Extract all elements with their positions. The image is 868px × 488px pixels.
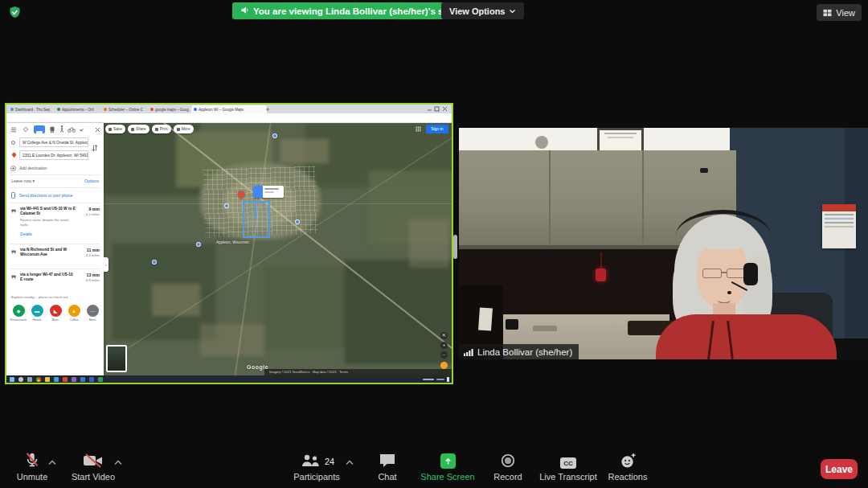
- app-icon-red[interactable]: [63, 377, 68, 382]
- divider: [10, 269, 100, 269]
- browser-tab[interactable]: google maps – Goog: [148, 105, 194, 113]
- map-marker[interactable]: [152, 260, 157, 265]
- favicon: [57, 108, 60, 111]
- best-travel-modes-icon[interactable]: [23, 126, 29, 133]
- collapse-panel-button[interactable]: ‹: [104, 257, 108, 272]
- participant-name-tag: Linda Bollivar (she/her): [459, 344, 579, 359]
- transit-mode-icon[interactable]: [49, 126, 55, 133]
- view-options-button[interactable]: View Options: [441, 2, 524, 19]
- walking-mode-icon[interactable]: [59, 125, 64, 133]
- chrome-icon[interactable]: [36, 377, 41, 382]
- sign-in-button[interactable]: Sign in: [426, 125, 448, 133]
- favicon: [150, 108, 154, 111]
- participants-button[interactable]: 24 Participants: [285, 449, 349, 485]
- driving-mode-icon-selected[interactable]: [34, 125, 45, 133]
- view-button[interactable]: View: [817, 4, 862, 21]
- imagery-inset-thumbnail[interactable]: [106, 345, 127, 372]
- explore-hotels[interactable]: ▬Hotels: [28, 305, 46, 322]
- app-icon-purple[interactable]: [72, 377, 76, 382]
- excel-icon[interactable]: [98, 377, 103, 382]
- photos-icon[interactable]: [54, 377, 59, 382]
- route-option[interactable]: via a longer WI-47 and US-10 E route 13 …: [6, 271, 104, 292]
- menu-icon[interactable]: [10, 127, 17, 133]
- zoom-out-button[interactable]: −: [440, 351, 448, 359]
- favicon: [194, 108, 197, 111]
- explore-heading: Explore nearby – places to check out: [11, 295, 68, 299]
- route-polyline-spur: [255, 201, 256, 219]
- explore-more[interactable]: ⋯More: [84, 305, 101, 322]
- pane-divider-handle[interactable]: [453, 235, 457, 259]
- video-options-caret[interactable]: [113, 459, 123, 465]
- save-button[interactable]: Save: [105, 125, 125, 133]
- map-marker[interactable]: [272, 133, 277, 138]
- live-transcript-button[interactable]: CC Live Transcript: [532, 449, 604, 485]
- map-marker[interactable]: [224, 203, 229, 208]
- browser-tab-active[interactable]: Appleton WI – Google Maps: [191, 105, 267, 113]
- participants-caret[interactable]: [345, 459, 354, 465]
- red-sweater: [656, 314, 837, 359]
- map-marker[interactable]: [295, 219, 300, 224]
- task-view-icon[interactable]: [27, 377, 32, 382]
- share-icon: [131, 128, 134, 131]
- unmute-button[interactable]: Unmute: [6, 449, 58, 485]
- view-options-label: View Options: [449, 6, 505, 16]
- origin-input[interactable]: W College Ave & N Oneida St, Appleton, W…: [19, 137, 88, 147]
- store-icon[interactable]: [89, 377, 94, 382]
- divider: [10, 244, 100, 244]
- share-screen-button[interactable]: Share Screen: [416, 449, 480, 485]
- depart-time-dropdown[interactable]: Leave now ▾: [11, 178, 35, 183]
- cycling-mode-icon[interactable]: [68, 127, 76, 133]
- swap-locations-icon[interactable]: [92, 142, 98, 154]
- route-info-box[interactable]: [253, 186, 284, 198]
- system-tray[interactable]: [423, 377, 449, 382]
- print-button[interactable]: Print: [152, 125, 171, 133]
- save-icon: [108, 128, 112, 131]
- more-button[interactable]: More: [174, 125, 194, 133]
- browser-tab[interactable]: Appointments – Onl: [55, 105, 104, 113]
- browser-tab[interactable]: Dashboard · Thu Sep: [8, 105, 57, 113]
- close-directions-icon[interactable]: [95, 127, 100, 133]
- participants-icon: [299, 453, 321, 469]
- zoom-in-button[interactable]: +: [440, 342, 448, 349]
- mail-icon[interactable]: [80, 377, 85, 382]
- google-apps-icon[interactable]: [416, 126, 421, 132]
- route-details-link[interactable]: Details: [20, 232, 32, 236]
- chevron-down-icon: [509, 9, 516, 14]
- flights-mode-icon[interactable]: [79, 126, 85, 133]
- file-explorer-icon[interactable]: [45, 377, 50, 382]
- start-button[interactable]: [10, 377, 14, 382]
- speaker-icon: [240, 6, 249, 16]
- satellite-map[interactable]: Appleton, Wisconsin Save Share Print Mor…: [104, 123, 452, 375]
- add-destination-icon[interactable]: [10, 166, 16, 171]
- record-button[interactable]: Record: [480, 449, 536, 485]
- send-to-phone-link[interactable]: Send directions to your phone: [19, 193, 100, 198]
- route-option[interactable]: via N Richmond St and W Wisconsin Ave 11…: [6, 246, 104, 267]
- pegman-icon[interactable]: [440, 362, 448, 369]
- more-icon: ⋯: [87, 305, 99, 317]
- globe-ornament: [535, 136, 548, 149]
- browser-tab[interactable]: Scheduler – Online C: [101, 105, 150, 113]
- fullscreen-button[interactable]: ⇱: [440, 332, 448, 339]
- share-button[interactable]: Share: [128, 125, 149, 133]
- window-controls[interactable]: [426, 106, 448, 112]
- map-marker[interactable]: [196, 242, 201, 247]
- chat-button[interactable]: Chat: [363, 449, 411, 485]
- route-option[interactable]: via WI-441 S and US-10 W to E Calumet St…: [6, 205, 104, 242]
- unmute-options-caret[interactable]: [47, 459, 57, 465]
- start-video-button[interactable]: Start Video: [63, 449, 124, 485]
- banner-text: You are viewing Linda Bollivar (she/her)…: [253, 6, 468, 16]
- reactions-button[interactable]: Reactions: [596, 449, 660, 485]
- explore-restaurants[interactable]: ◆Restaurants: [10, 305, 27, 322]
- windows-taskbar: [6, 375, 452, 383]
- route-options-link[interactable]: Options: [84, 178, 99, 183]
- explore-bars[interactable]: ◣Bars: [47, 305, 64, 322]
- leave-button[interactable]: Leave: [821, 459, 858, 479]
- new-tab-icon[interactable]: [265, 107, 270, 112]
- destination-input[interactable]: 2331 E Lourdes Dr, Appleton, WI 54915: [19, 150, 88, 160]
- explore-coffee[interactable]: ▲Coffee: [65, 305, 83, 322]
- security-shield-icon[interactable]: [8, 6, 22, 23]
- record-icon: [480, 449, 536, 469]
- phone-icon: [11, 192, 15, 199]
- search-icon[interactable]: [18, 377, 23, 382]
- add-destination-label[interactable]: Add destination: [19, 166, 47, 170]
